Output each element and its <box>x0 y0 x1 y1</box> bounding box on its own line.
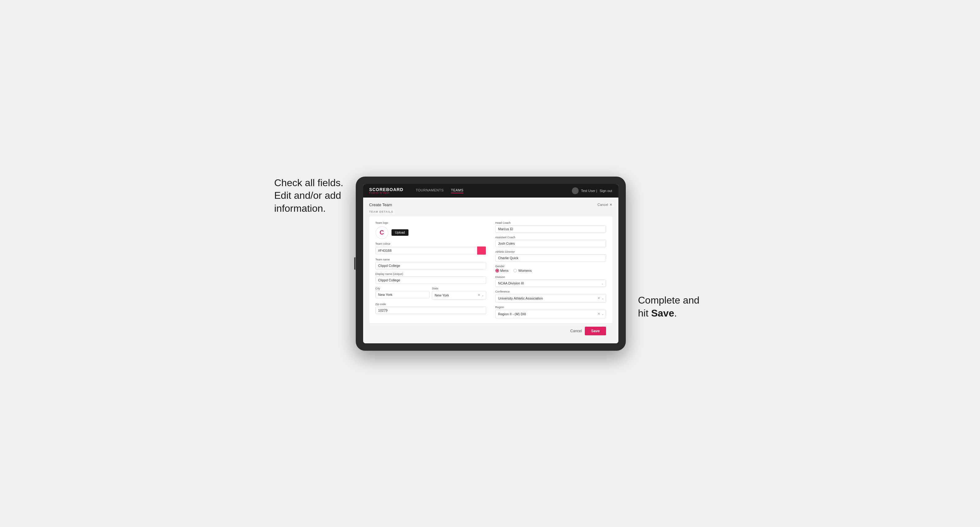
assistant-coach-label: Assistant Coach <box>495 236 606 239</box>
zip-label: Zip code <box>375 303 486 306</box>
state-clear-icon[interactable]: ✕ <box>477 293 480 297</box>
gender-label: Gender <box>495 265 606 268</box>
color-swatch[interactable] <box>477 246 486 255</box>
nav-user-label: Test User | <box>581 189 597 193</box>
instruction-right-line1: Complete and <box>638 295 700 306</box>
team-logo-label: Team logo <box>375 221 486 224</box>
conference-field: Conference University Athletic Associati… <box>495 290 606 303</box>
region-field: Region Region II - (M) DIII ✕ ⌄ <box>495 306 606 318</box>
tablet-screen: SCOREBOARD Powered by clippit TOURNAMENT… <box>363 184 618 343</box>
tablet-side-button <box>354 257 355 270</box>
conference-clear-icon[interactable]: ✕ <box>597 296 600 300</box>
state-chevron-icon: ⌄ <box>482 294 484 297</box>
instruction-right-bold: Save <box>651 308 674 319</box>
assistant-coach-field: Assistant Coach <box>495 236 606 247</box>
division-field: Division NCAA Division III ⌄ <box>495 276 606 287</box>
instruction-right-line2: hit <box>638 308 651 319</box>
division-select[interactable]: NCAA Division III <box>495 279 606 287</box>
display-name-input[interactable] <box>375 276 486 284</box>
instruction-line3: information. <box>274 203 326 214</box>
logo-preview-row: C Upload <box>375 226 486 239</box>
zip-code-field: Zip code <box>375 303 486 314</box>
region-select-wrapper[interactable]: Region II - (M) DIII ✕ ⌄ <box>495 310 606 318</box>
city-label: City <box>375 287 430 290</box>
instruction-right-period: . <box>674 308 677 319</box>
athletic-director-field: Athletic Director <box>495 250 606 262</box>
nav-logo-sub: Powered by clippit <box>369 192 404 194</box>
section-label: TEAM DETAILS <box>369 210 612 213</box>
city-state-row: City State New York ✕ ⌄ <box>375 287 486 300</box>
gender-womens-option[interactable]: Womens <box>513 269 531 273</box>
team-colour-label: Team colour <box>375 242 486 245</box>
cancel-top-icon: ✕ <box>609 203 612 207</box>
team-name-label: Team name <box>375 258 486 261</box>
cancel-top-button[interactable]: Cancel ✕ <box>597 203 612 207</box>
right-column: Head Coach Assistant Coach Athletic Dire… <box>495 221 606 318</box>
team-name-input[interactable] <box>375 262 486 269</box>
athletic-director-input[interactable] <box>495 254 606 262</box>
city-field: City <box>375 287 430 300</box>
head-coach-label: Head Coach <box>495 221 606 224</box>
athletic-director-label: Athletic Director <box>495 250 606 253</box>
nav-links: TOURNAMENTS TEAMS <box>416 188 464 193</box>
state-field: State New York ✕ ⌄ <box>432 287 486 300</box>
region-clear-icon[interactable]: ✕ <box>597 312 600 316</box>
division-select-wrapper: NCAA Division III ⌄ <box>495 279 606 287</box>
state-select-value: New York <box>435 294 449 297</box>
save-button[interactable]: Save <box>585 327 606 335</box>
gender-mens-option[interactable]: Mens <box>495 269 509 273</box>
head-coach-field: Head Coach <box>495 221 606 233</box>
instruction-line2: Edit and/or add <box>274 190 341 201</box>
display-name-field: Display name (unique) <box>375 273 486 284</box>
form-body: Team logo C Upload Team colour <box>369 216 612 323</box>
nav-bar: SCOREBOARD Powered by clippit TOURNAMENT… <box>363 184 618 198</box>
form-container: Create Team Cancel ✕ TEAM DETAILS Team l… <box>363 198 618 343</box>
nav-link-teams[interactable]: TEAMS <box>451 188 463 193</box>
state-label: State <box>432 287 486 290</box>
conference-chevron-icon: ⌄ <box>601 297 604 300</box>
gender-row: Mens Womens <box>495 269 606 273</box>
form-title: Create Team <box>369 203 392 207</box>
nav-signout-button[interactable]: Sign out <box>600 189 612 193</box>
logo-circle: C <box>375 226 388 239</box>
team-colour-input[interactable] <box>375 247 477 254</box>
team-logo-section: Team logo C Upload <box>375 221 486 239</box>
gender-mens-radio[interactable] <box>495 269 499 273</box>
nav-right: Test User | Sign out <box>572 187 612 194</box>
region-label: Region <box>495 306 606 309</box>
nav-logo-main: SCOREBOARD <box>369 187 404 192</box>
conference-label: Conference <box>495 290 606 293</box>
form-footer: Cancel Save <box>369 323 612 338</box>
head-coach-input[interactable] <box>495 225 606 233</box>
display-name-label: Display name (unique) <box>375 273 486 276</box>
color-input-row <box>375 246 486 255</box>
left-column: Team logo C Upload Team colour <box>375 221 486 318</box>
assistant-coach-input[interactable] <box>495 240 606 247</box>
gender-mens-label: Mens <box>500 269 509 273</box>
form-header: Create Team Cancel ✕ <box>369 203 612 207</box>
cancel-top-label: Cancel <box>597 203 608 206</box>
tablet: SCOREBOARD Powered by clippit TOURNAMENT… <box>356 176 626 351</box>
region-chevron-icon: ⌄ <box>601 312 604 316</box>
gender-womens-label: Womens <box>518 269 531 273</box>
zip-input[interactable] <box>375 306 486 314</box>
instructions-left: Check all fields. Edit and/or add inform… <box>274 176 344 215</box>
nav-logo: SCOREBOARD Powered by clippit <box>369 187 404 194</box>
upload-button[interactable]: Upload <box>391 229 409 236</box>
instruction-line1: Check all fields. <box>274 177 344 188</box>
instructions-right: Complete and hit Save. <box>638 294 706 351</box>
gender-field: Gender Mens Womens <box>495 265 606 273</box>
conference-select-wrapper[interactable]: University Athletic Association ✕ ⌄ <box>495 294 606 303</box>
team-name-field: Team name <box>375 258 486 269</box>
team-colour-field: Team colour <box>375 242 486 255</box>
region-value: Region II - (M) DIII <box>498 312 526 316</box>
nav-avatar <box>572 187 579 194</box>
logo-letter: C <box>380 229 384 236</box>
cancel-footer-button[interactable]: Cancel <box>570 329 582 333</box>
city-input[interactable] <box>375 291 430 298</box>
division-label: Division <box>495 276 606 279</box>
nav-link-tournaments[interactable]: TOURNAMENTS <box>416 188 444 193</box>
state-select-wrapper: New York ✕ ⌄ <box>432 291 486 300</box>
conference-value: University Athletic Association <box>498 297 543 300</box>
gender-womens-radio[interactable] <box>513 269 517 273</box>
